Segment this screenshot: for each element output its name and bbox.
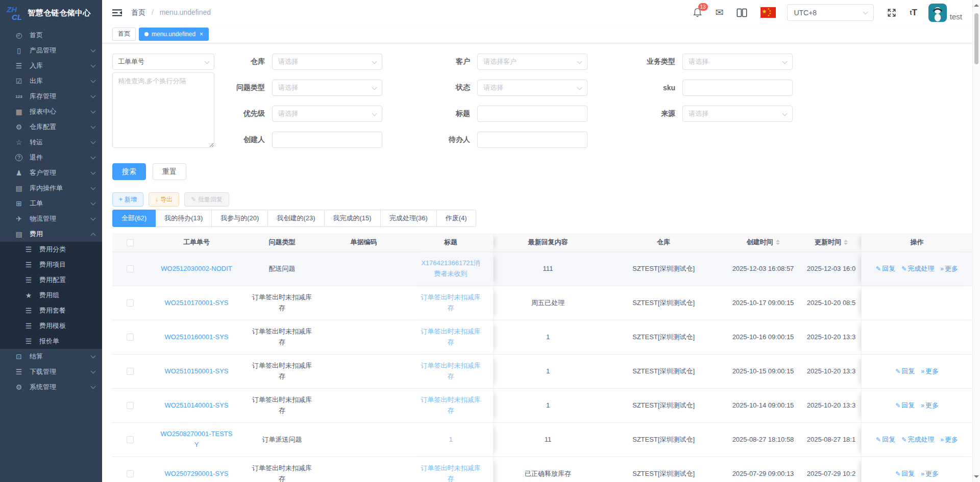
sidebar-item-customer-management[interactable]: ♟客户管理	[0, 165, 102, 181]
filter-select-来源[interactable]: 请选择	[682, 106, 793, 122]
order-no-link[interactable]: WO2510170001-SYS	[164, 299, 228, 307]
sidebar-item-returns[interactable]: ?退件	[0, 150, 102, 165]
scroll-down-arrow-icon[interactable]	[974, 475, 979, 480]
page-scrollbar[interactable]	[972, 0, 980, 482]
sidebar-item-fee-package[interactable]: ☰费用套餐	[0, 303, 102, 318]
sidebar-item-work-order[interactable]: ⊞工单	[0, 196, 102, 211]
sort-carets-icon[interactable]	[776, 238, 780, 247]
order-no-link[interactable]: WO2512030002-NODIT	[161, 265, 232, 272]
filter-input-创建人[interactable]	[272, 132, 382, 148]
order-no-link[interactable]: WO2510150001-SYS	[164, 367, 228, 375]
sidebar-item-product-management[interactable]: ▯产品管理	[0, 43, 102, 58]
select-all-checkbox[interactable]	[127, 239, 134, 246]
title-link[interactable]: 订单签出时未扣减库存	[421, 327, 481, 346]
sidebar-item-fee-config[interactable]: ☰费用配置	[0, 272, 102, 288]
row-checkbox[interactable]	[127, 402, 134, 409]
messages-envelope-icon[interactable]: ✉	[716, 7, 724, 18]
add-button[interactable]: + 新增	[112, 192, 143, 207]
more-action-link[interactable]: »更多	[940, 265, 958, 272]
order-no-batch-input[interactable]	[112, 72, 214, 148]
sidebar-item-fee-group[interactable]: ★费用组	[0, 288, 102, 303]
complete-action-link[interactable]: ✎完成处理	[901, 265, 934, 272]
tab-3[interactable]: 我创建的(23)	[267, 210, 324, 227]
sidebar-item-report-center[interactable]: ▦报表中心	[0, 104, 102, 119]
keyword-type-select[interactable]: 工单单号	[112, 54, 214, 70]
order-no-link[interactable]: WO2508270001-TESTSY	[161, 430, 233, 448]
more-action-link[interactable]: »更多	[921, 401, 939, 409]
complete-action-link[interactable]: ✎完成处理	[901, 436, 934, 443]
notification-bell-icon[interactable]: 13	[693, 7, 702, 18]
order-no-link[interactable]: WO2507290001-SYS	[164, 470, 228, 477]
sidebar-collapse-icon[interactable]	[112, 9, 122, 17]
tab-1[interactable]: 我的待办(13)	[155, 210, 212, 227]
column-header-更新时间[interactable]: 更新时间	[801, 233, 861, 252]
row-checkbox[interactable]	[127, 265, 134, 272]
order-no-link[interactable]: WO2510140001-SYS	[164, 401, 228, 409]
sidebar-item-fee-template[interactable]: ☰费用模板	[0, 318, 102, 334]
reply-action-link[interactable]: ✎回复	[895, 401, 915, 409]
filter-select-仓库[interactable]: 请选择	[272, 54, 382, 70]
row-checkbox[interactable]	[127, 436, 134, 443]
sidebar-item-download-management[interactable]: ☰下载管理	[0, 364, 102, 379]
sidebar-item-transship[interactable]: ☆转运	[0, 135, 102, 150]
sidebar-item-settlement[interactable]: ⊡结算	[0, 349, 102, 364]
title-link[interactable]: 订单签出时未扣减库存	[421, 396, 481, 414]
fullscreen-icon[interactable]	[887, 8, 896, 17]
language-flag-icon[interactable]: ★★★★★	[761, 7, 776, 18]
filter-select-优先级[interactable]: 请选择	[272, 106, 382, 122]
sidebar-item-warehouse-operations[interactable]: ▤库内操作单	[0, 181, 102, 196]
export-button[interactable]: ↓ 导出	[149, 192, 179, 207]
filter-input-待办人[interactable]	[477, 132, 587, 148]
sidebar-item-logistics-management[interactable]: ✈物流管理	[0, 211, 102, 226]
reply-action-link[interactable]: ✎回复	[895, 367, 915, 375]
sidebar-item-inbound[interactable]: ☰入库	[0, 58, 102, 73]
row-checkbox[interactable]	[127, 299, 134, 307]
close-icon[interactable]: ×	[200, 31, 203, 38]
more-action-link[interactable]: »更多	[940, 436, 958, 443]
filter-select-业务类型[interactable]: 请选择	[682, 54, 793, 70]
row-checkbox[interactable]	[127, 470, 134, 477]
tab-2[interactable]: 我参与的(20)	[211, 210, 268, 227]
more-action-link[interactable]: »更多	[921, 367, 939, 375]
search-button[interactable]: 搜索	[112, 163, 146, 180]
row-checkbox[interactable]	[127, 334, 134, 341]
reset-button[interactable]: 重置	[153, 163, 186, 180]
view-tag-1[interactable]: menu.undefined×	[139, 28, 209, 41]
sidebar-item-outbound[interactable]: ☑出库	[0, 73, 102, 89]
title-link[interactable]: 订单签出时未扣减库存	[421, 464, 481, 482]
tab-5[interactable]: 完成处理(36)	[380, 210, 437, 227]
title-link[interactable]: X1764213661721消费者未收到	[421, 259, 480, 277]
title-link[interactable]: 订单签出时未扣减库存	[421, 362, 481, 380]
filter-input-标题[interactable]	[477, 106, 587, 122]
reply-action-link[interactable]: ✎回复	[876, 265, 895, 272]
scroll-up-arrow-icon[interactable]	[974, 2, 979, 7]
sidebar-item-warehouse-config[interactable]: ⚙仓库配置	[0, 119, 102, 135]
filter-select-客户[interactable]: 请选择客户	[477, 54, 587, 70]
sidebar-item-fees[interactable]: ▤费用	[0, 226, 102, 242]
filter-select-状态[interactable]: 请选择	[477, 80, 587, 96]
tab-0[interactable]: 全部(62)	[112, 210, 156, 227]
font-size-icon[interactable]: tT	[910, 8, 917, 18]
filter-input-sku[interactable]	[682, 80, 793, 96]
more-action-link[interactable]: »更多	[921, 470, 939, 477]
sidebar-item-fee-item[interactable]: ☰费用项目	[0, 257, 102, 272]
title-link[interactable]: 1	[449, 436, 452, 443]
scrollbar-thumb[interactable]	[974, 13, 978, 64]
sidebar-item-quotation[interactable]: ☰报价单	[0, 334, 102, 349]
user-avatar[interactable]	[928, 4, 947, 22]
sidebar-item-home[interactable]: ◴首页	[0, 28, 102, 43]
batch-reply-button[interactable]: ✎ 批量回复	[184, 192, 229, 207]
docs-book-icon[interactable]	[737, 8, 747, 17]
sidebar-item-fee-category[interactable]: ☰费用分类	[0, 242, 102, 257]
sidebar-item-system-management[interactable]: ⚙系统管理	[0, 379, 102, 395]
order-no-link[interactable]: WO2510160001-SYS	[164, 333, 228, 341]
sort-carets-icon[interactable]	[844, 238, 848, 247]
reply-action-link[interactable]: ✎回复	[876, 436, 895, 443]
column-header-创建时间[interactable]: 创建时间	[725, 233, 801, 252]
reply-action-link[interactable]: ✎回复	[895, 470, 915, 477]
breadcrumb-home[interactable]: 首页	[131, 8, 145, 16]
view-tag-0[interactable]: 首页	[112, 28, 136, 41]
timezone-select[interactable]: UTC+8	[787, 4, 874, 21]
sidebar-item-inventory-management[interactable]: 123库存管理	[0, 89, 102, 104]
row-checkbox[interactable]	[127, 368, 134, 375]
